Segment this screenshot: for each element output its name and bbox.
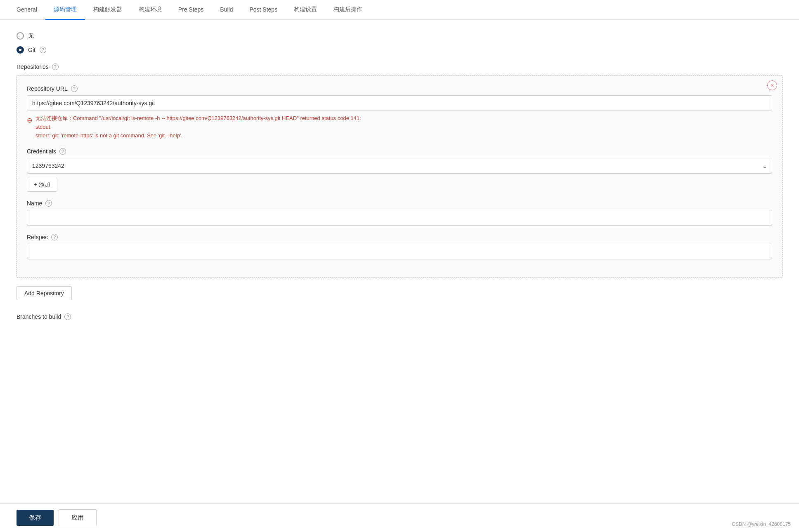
refspec-help-icon[interactable]: ? bbox=[51, 234, 58, 240]
repository-url-label: Repository URL bbox=[27, 85, 68, 92]
credentials-help-icon[interactable]: ? bbox=[59, 148, 66, 155]
error-block: ⊖ 无法连接仓库：Command "/usr/local/git ls-remo… bbox=[27, 114, 772, 140]
name-label: Name bbox=[27, 200, 42, 207]
radio-git-label: Git bbox=[28, 47, 35, 53]
error-text: 无法连接仓库：Command "/usr/local/git ls-remote… bbox=[35, 114, 361, 140]
save-button[interactable]: 保存 bbox=[17, 510, 54, 526]
repository-url-input[interactable] bbox=[27, 95, 772, 111]
credentials-select-wrapper: 1239763242 ⌄ bbox=[27, 158, 772, 174]
repository-url-label-row: Repository URL ? bbox=[27, 85, 772, 92]
error-icon: ⊖ bbox=[27, 115, 32, 140]
error-line3: stderr: git: 'remote-https' is not a git… bbox=[35, 132, 361, 140]
repositories-section-title: Repositories ? bbox=[17, 64, 782, 70]
tab-poststeps[interactable]: Post Steps bbox=[241, 0, 286, 19]
tab-trigger[interactable]: 构建触发器 bbox=[85, 0, 130, 20]
bottom-bar: 保存 应用 bbox=[0, 503, 799, 532]
tab-presteps[interactable]: Pre Steps bbox=[170, 0, 212, 19]
error-line1: 无法连接仓库：Command "/usr/local/git ls-remote… bbox=[35, 114, 361, 123]
tab-build[interactable]: Build bbox=[212, 0, 241, 19]
credentials-field-group: Credentials ? 1239763242 ⌄ + 添加 bbox=[27, 148, 772, 192]
tab-settings[interactable]: 构建设置 bbox=[286, 0, 325, 20]
tab-bar: General 源码管理 构建触发器 构建环境 Pre Steps Build … bbox=[0, 0, 799, 20]
page-container: General 源码管理 构建触发器 构建环境 Pre Steps Build … bbox=[0, 0, 799, 532]
repository-url-help-icon[interactable]: ? bbox=[71, 85, 78, 92]
credentials-select[interactable]: 1239763242 bbox=[27, 158, 772, 174]
refspec-input[interactable] bbox=[27, 244, 772, 259]
branches-section: Branches to build ? bbox=[17, 313, 782, 353]
radio-git[interactable]: Git ? bbox=[17, 46, 782, 54]
apply-button[interactable]: 应用 bbox=[59, 509, 97, 526]
name-field-group: Name ? bbox=[27, 200, 772, 226]
radio-git-circle[interactable] bbox=[17, 46, 24, 54]
footer-watermark: CSDN @weixin_42600175 bbox=[732, 521, 791, 527]
tab-general[interactable]: General bbox=[8, 0, 45, 19]
name-help-icon[interactable]: ? bbox=[45, 200, 52, 207]
name-label-row: Name ? bbox=[27, 200, 772, 207]
main-content: 无 Git ? Repositories ? × Repository URL … bbox=[0, 20, 799, 365]
repositories-label: Repositories bbox=[17, 64, 49, 70]
add-repository-button[interactable]: Add Repository bbox=[17, 286, 72, 300]
refspec-label-row: Refspec ? bbox=[27, 234, 772, 240]
radio-none-circle[interactable] bbox=[17, 32, 24, 40]
close-repository-button[interactable]: × bbox=[767, 80, 777, 90]
error-line2: stdout: bbox=[35, 123, 361, 132]
credentials-label: Credentials bbox=[27, 148, 56, 155]
tab-source[interactable]: 源码管理 bbox=[45, 0, 85, 20]
repository-box: × Repository URL ? ⊖ 无法连接仓库：Command "/us… bbox=[17, 75, 782, 278]
tab-postbuild[interactable]: 构建后操作 bbox=[325, 0, 371, 20]
source-type-radio-group: 无 Git ? bbox=[17, 32, 782, 54]
radio-none-label: 无 bbox=[28, 32, 34, 40]
radio-none[interactable]: 无 bbox=[17, 32, 782, 40]
credentials-label-row: Credentials ? bbox=[27, 148, 772, 155]
repositories-help-icon[interactable]: ? bbox=[52, 64, 59, 70]
name-input[interactable] bbox=[27, 210, 772, 226]
tab-env[interactable]: 构建环境 bbox=[130, 0, 170, 20]
branches-label: Branches to build bbox=[17, 313, 61, 320]
repository-url-field-group: Repository URL ? ⊖ 无法连接仓库：Command "/usr/… bbox=[27, 85, 772, 140]
refspec-field-group: Refspec ? bbox=[27, 234, 772, 259]
branches-help-icon[interactable]: ? bbox=[64, 313, 71, 320]
add-credentials-button[interactable]: + 添加 bbox=[27, 178, 57, 192]
refspec-label: Refspec bbox=[27, 234, 48, 240]
git-help-icon[interactable]: ? bbox=[40, 47, 46, 53]
